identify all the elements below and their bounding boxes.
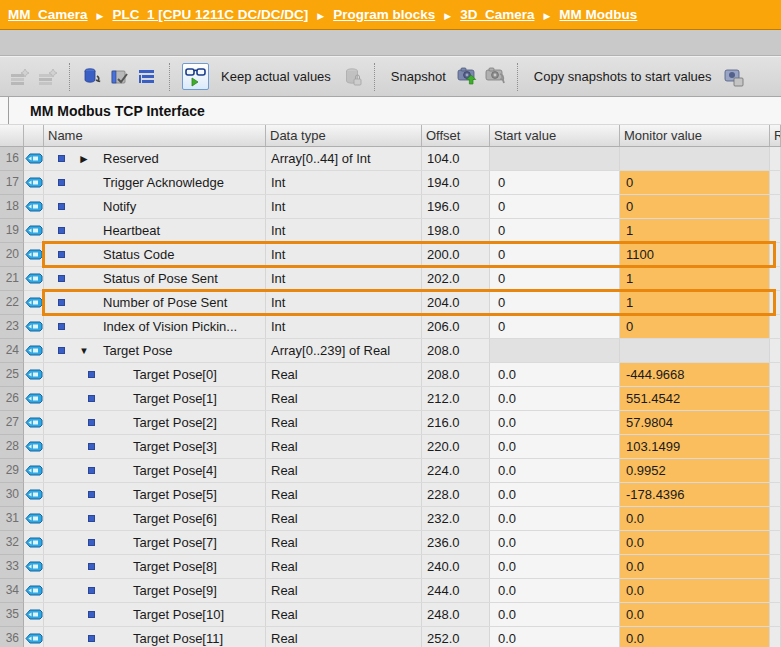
table-row[interactable]: 31 Target Pose[6] Real 232.0 0.0 0.0 (0, 507, 781, 531)
table-row[interactable]: 25 Target Pose[0] Real 208.0 0.0 -444.96… (0, 363, 781, 387)
start-value-cell[interactable]: 0 (490, 195, 620, 218)
header-start-value[interactable]: Start value (490, 125, 620, 146)
table-row[interactable]: 30 Target Pose[5] Real 228.0 0.0 -178.43… (0, 483, 781, 507)
table-row[interactable]: 18 Notify Int 196.0 0 0 (0, 195, 781, 219)
start-value-cell[interactable] (490, 339, 620, 362)
start-value-cell[interactable] (490, 147, 620, 170)
table-row[interactable]: 27 Target Pose[2] Real 216.0 0.0 57.9804 (0, 411, 781, 435)
start-value-cell[interactable]: 0.0 (490, 603, 620, 626)
data-type-cell[interactable]: Int (266, 267, 422, 290)
table-row[interactable]: 23 Index of Vision Pickin... Int 206.0 0… (0, 315, 781, 339)
breadcrumb-item[interactable]: PLC_1 [CPU 1211C DC/DC/DC] (112, 7, 308, 22)
start-value-cell[interactable]: 0 (490, 315, 620, 338)
name-cell[interactable]: Target Pose[10] (44, 603, 266, 626)
keep-actual-values-label[interactable]: Keep actual values (221, 69, 331, 84)
name-cell[interactable]: Target Pose[2] (44, 411, 266, 434)
header-data-type[interactable]: Data type (266, 125, 422, 146)
data-type-cell[interactable]: Real (266, 363, 422, 386)
table-row[interactable]: 36 Target Pose[11] Real 252.0 0.0 0.0 (0, 627, 781, 647)
name-cell[interactable]: ▼ Target Pose (44, 339, 266, 362)
name-cell[interactable]: Status Code (44, 243, 266, 266)
table-row[interactable]: 35 Target Pose[10] Real 248.0 0.0 0.0 (0, 603, 781, 627)
data-type-cell[interactable]: Int (266, 195, 422, 218)
table-row[interactable]: 16 ▶ Reserved Array[0..44] of Int 104.0 (0, 147, 781, 171)
table-row[interactable]: 22 Number of Pose Sent Int 204.0 0 1 (0, 291, 781, 315)
start-value-cell[interactable]: 0 (490, 267, 620, 290)
data-type-cell[interactable]: Int (266, 219, 422, 242)
copy-snapshots-icon[interactable] (722, 65, 746, 89)
snapshot-label[interactable]: Snapshot (391, 69, 446, 84)
breadcrumb-item[interactable]: Program blocks (333, 7, 435, 22)
name-cell[interactable]: Index of Vision Pickin... (44, 315, 266, 338)
name-cell[interactable]: Target Pose[0] (44, 363, 266, 386)
table-row[interactable]: 33 Target Pose[8] Real 240.0 0.0 0.0 (0, 555, 781, 579)
data-type-cell[interactable]: Real (266, 387, 422, 410)
start-value-cell[interactable]: 0.0 (490, 411, 620, 434)
name-cell[interactable]: Trigger Acknowledge (44, 171, 266, 194)
data-type-cell[interactable]: Real (266, 435, 422, 458)
start-value-cell[interactable]: 0.0 (490, 627, 620, 647)
data-type-cell[interactable]: Int (266, 171, 422, 194)
table-row[interactable]: 28 Target Pose[3] Real 220.0 0.0 103.149… (0, 435, 781, 459)
name-cell[interactable]: ▶ Reserved (44, 147, 266, 170)
name-cell[interactable]: Target Pose[7] (44, 531, 266, 554)
table-row[interactable]: 32 Target Pose[7] Real 236.0 0.0 0.0 (0, 531, 781, 555)
data-type-cell[interactable]: Array[0..239] of Real (266, 339, 422, 362)
table-row[interactable]: 24 ▼ Target Pose Array[0..239] of Real 2… (0, 339, 781, 363)
name-cell[interactable]: Status of Pose Sent (44, 267, 266, 290)
data-type-cell[interactable]: Int (266, 291, 422, 314)
name-cell[interactable]: Notify (44, 195, 266, 218)
data-type-cell[interactable]: Real (266, 579, 422, 602)
breadcrumb-item[interactable]: MM_Camera (8, 7, 88, 22)
name-cell[interactable]: Number of Pose Sent (44, 291, 266, 314)
name-cell[interactable]: Target Pose[6] (44, 507, 266, 530)
start-value-cell[interactable]: 0.0 (490, 459, 620, 482)
table-row[interactable]: 19 Heartbeat Int 198.0 0 1 (0, 219, 781, 243)
start-value-cell[interactable]: 0 (490, 219, 620, 242)
name-cell[interactable]: Target Pose[8] (44, 555, 266, 578)
name-cell[interactable]: Target Pose[4] (44, 459, 266, 482)
breadcrumb-item[interactable]: MM Modbus (559, 7, 637, 22)
start-value-cell[interactable]: 0.0 (490, 387, 620, 410)
start-value-cell[interactable]: 0 (490, 171, 620, 194)
expand-collapse-icon[interactable]: ▼ (73, 345, 95, 356)
start-value-cell[interactable]: 0 (490, 291, 620, 314)
table-row[interactable]: 26 Target Pose[1] Real 212.0 0.0 551.454… (0, 387, 781, 411)
table-row[interactable]: 34 Target Pose[9] Real 244.0 0.0 0.0 (0, 579, 781, 603)
data-type-cell[interactable]: Int (266, 243, 422, 266)
data-type-cell[interactable]: Real (266, 603, 422, 626)
snapshot-download-camera-icon[interactable] (484, 65, 508, 89)
data-type-cell[interactable]: Real (266, 411, 422, 434)
start-value-cell[interactable]: 0.0 (490, 435, 620, 458)
start-value-cell[interactable]: 0.0 (490, 531, 620, 554)
table-row[interactable]: 17 Trigger Acknowledge Int 194.0 0 0 (0, 171, 781, 195)
expand-collapse-icon[interactable]: ▶ (73, 153, 95, 164)
table-row[interactable]: 20 Status Code Int 200.0 0 1100 (0, 243, 781, 267)
insert-row-icon[interactable] (8, 65, 32, 89)
breadcrumb-item[interactable]: 3D_Camera (460, 7, 534, 22)
apply-values-icon[interactable] (108, 65, 132, 89)
start-value-cell[interactable]: 0.0 (490, 363, 620, 386)
data-type-cell[interactable]: Real (266, 483, 422, 506)
start-value-cell[interactable]: 0 (490, 243, 620, 266)
name-cell[interactable]: Heartbeat (44, 219, 266, 242)
name-cell[interactable]: Target Pose[3] (44, 435, 266, 458)
header-monitor-value[interactable]: Monitor value (620, 125, 770, 146)
data-type-cell[interactable]: Real (266, 555, 422, 578)
load-values-icon[interactable] (80, 65, 104, 89)
start-value-cell[interactable]: 0.0 (490, 579, 620, 602)
data-type-cell[interactable]: Real (266, 507, 422, 530)
name-cell[interactable]: Target Pose[5] (44, 483, 266, 506)
name-cell[interactable]: Target Pose[11] (44, 627, 266, 647)
header-name[interactable]: Name (44, 125, 266, 146)
start-value-cell[interactable]: 0.0 (490, 555, 620, 578)
header-retain[interactable]: R (770, 125, 781, 146)
table-row[interactable]: 21 Status of Pose Sent Int 202.0 0 1 (0, 267, 781, 291)
header-offset[interactable]: Offset (422, 125, 490, 146)
start-value-cell[interactable]: 0.0 (490, 483, 620, 506)
expand-members-icon[interactable] (136, 65, 160, 89)
data-type-cell[interactable]: Array[0..44] of Int (266, 147, 422, 170)
data-type-cell[interactable]: Real (266, 627, 422, 647)
monitor-all-button[interactable] (182, 63, 209, 90)
data-type-cell[interactable]: Real (266, 531, 422, 554)
